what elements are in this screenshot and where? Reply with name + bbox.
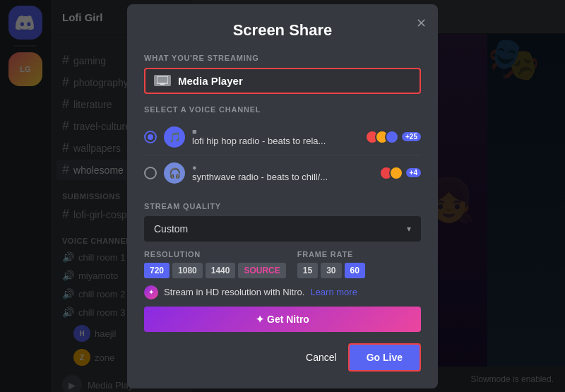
modal-overlay: ✕ Screen Share WHAT YOU'RE STREAMING Med… — [0, 0, 565, 392]
user-avatars-synth: +4 — [379, 166, 421, 180]
framerate-15-btn[interactable]: 15 — [297, 263, 318, 278]
media-player-source-icon — [154, 75, 171, 86]
svg-rect-0 — [157, 76, 168, 83]
framerate-label: FRAME RATE — [297, 250, 421, 259]
voice-option-name-synth: synthwave radio - beats to chill/... — [192, 172, 372, 182]
stream-quality-section: STREAM QUALITY Custom ▾ RESOLUTION 720 1… — [144, 202, 421, 332]
stream-quality-label: STREAM QUALITY — [144, 202, 421, 210]
extra-users-count: +25 — [402, 132, 421, 141]
channel-orb-synth: 🎧 — [164, 162, 185, 184]
cancel-button[interactable]: Cancel — [306, 352, 337, 363]
stack-avatar — [385, 130, 399, 144]
resolution-options: 720 1080 1440 SOURCE — [144, 263, 286, 278]
voice-option-text-container: ● synthwave radio - beats to chill/... — [192, 163, 372, 182]
radio-inner — [148, 134, 153, 140]
nitro-icon: ✦ — [144, 285, 158, 299]
resolution-1440-btn[interactable]: 1440 — [206, 263, 236, 278]
framerate-30-btn[interactable]: 30 — [321, 263, 341, 278]
streaming-section-label: WHAT YOU'RE STREAMING — [144, 54, 421, 62]
modal-title: Screen Share — [144, 21, 421, 40]
nitro-promo: ✦ Stream in HD resolution with Nitro. Le… — [144, 285, 421, 299]
voice-option-text-container: ■ lofi hip hop radio - beats to rela... — [192, 127, 358, 146]
radio-button-unselected[interactable] — [144, 167, 157, 179]
framerate-options: 15 30 60 — [297, 263, 421, 278]
voice-option-synthwave[interactable]: 🎧 ● synthwave radio - beats to chill/...… — [144, 155, 421, 191]
radio-button-selected[interactable] — [144, 131, 157, 143]
quality-grid: RESOLUTION 720 1080 1440 SOURCE FRAME RA… — [144, 250, 421, 278]
nitro-promo-text: Stream in HD resolution with Nitro. — [164, 287, 304, 297]
resolution-source-btn[interactable]: SOURCE — [238, 263, 285, 278]
learn-more-link[interactable]: Learn more — [310, 287, 357, 297]
svg-rect-1 — [160, 83, 165, 85]
voice-option-lofi[interactable]: 🎵 ■ lofi hip hop radio - beats to rela..… — [144, 119, 421, 155]
modal-actions: Cancel Go Live — [144, 343, 421, 372]
resolution-col: RESOLUTION 720 1080 1440 SOURCE — [144, 250, 286, 278]
voice-channel-section-label: SELECT A VOICE CHANNEL — [144, 105, 421, 114]
resolution-1080-btn[interactable]: 1080 — [172, 263, 203, 278]
voice-option-emoji-indicator: ● — [192, 163, 372, 172]
channel-orb-lofi: 🎵 — [164, 126, 185, 148]
go-live-button[interactable]: Go Live — [348, 343, 421, 372]
quality-dropdown-value: Custom — [154, 223, 188, 234]
framerate-60-btn[interactable]: 60 — [345, 263, 365, 278]
app-container: LG Lofi Girl ✕ # gaming # photography # … — [0, 0, 565, 392]
modal-close-button[interactable]: ✕ — [416, 16, 427, 31]
screen-share-modal: ✕ Screen Share WHAT YOU'RE STREAMING Med… — [127, 4, 438, 388]
framerate-col: FRAME RATE 15 30 60 — [297, 250, 421, 278]
quality-dropdown[interactable]: Custom ▾ — [144, 216, 421, 242]
get-nitro-button[interactable]: ✦ Get Nitro — [144, 307, 421, 332]
stack-avatar — [389, 166, 403, 180]
resolution-label: RESOLUTION — [144, 250, 286, 259]
user-avatars-lofi: +25 — [365, 130, 421, 144]
extra-users-count: +4 — [406, 168, 421, 177]
streaming-source-box[interactable]: Media Player — [144, 68, 421, 94]
chevron-down-icon: ▾ — [407, 224, 411, 234]
voice-option-emoji-indicator: ■ — [192, 127, 358, 136]
resolution-720-btn[interactable]: 720 — [144, 263, 170, 278]
voice-option-name-lofi: lofi hip hop radio - beats to rela... — [192, 136, 358, 146]
source-name: Media Player — [178, 75, 243, 87]
